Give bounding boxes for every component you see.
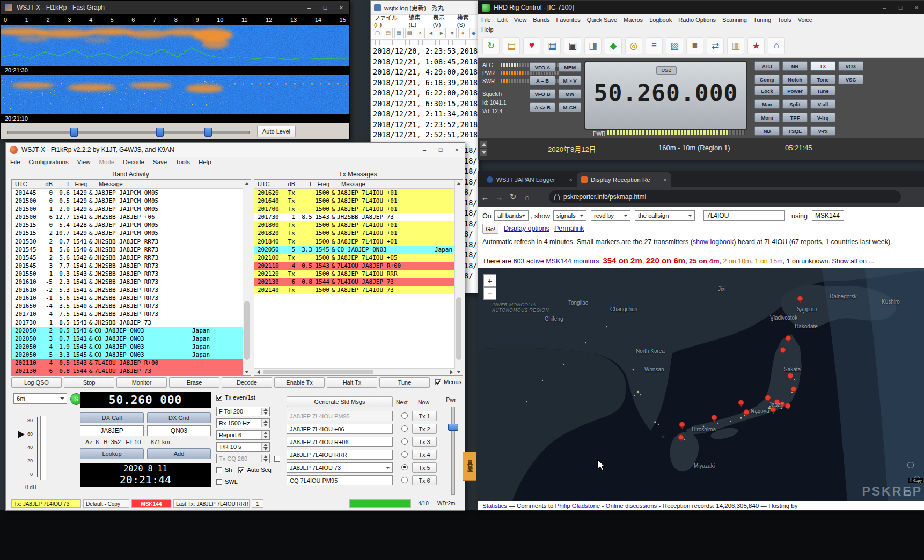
next-radio[interactable]: [401, 438, 408, 445]
editor-toolbar-icon[interactable]: ▦: [394, 28, 404, 38]
spinbox[interactable]: F Tol 200: [216, 407, 270, 416]
rig-button[interactable]: Tone: [810, 75, 835, 84]
map-marker[interactable]: [744, 409, 750, 415]
decode-row[interactable]: 201515 2 10.7 1429 & JA8JEP JA1PCM QM05: [12, 229, 251, 237]
auto-seq-checkbox[interactable]: Auto Seq: [238, 467, 271, 473]
tx-now-button[interactable]: Tx 1: [412, 411, 437, 421]
minimize-button[interactable]: –: [301, 1, 317, 14]
menu-item[interactable]: ファイル(F): [371, 13, 406, 28]
menu-item[interactable]: Bands: [530, 17, 553, 23]
toolbar-icon[interactable]: ■: [686, 37, 703, 54]
decode-row[interactable]: 201610 -2 5.3 1541 & JH2SBB JA8JEP RR73: [12, 286, 251, 294]
dx-call-field[interactable]: JA8JEP: [80, 425, 144, 436]
decode-row[interactable]: 201800 Tx 1500 & JA8JEP 7L4IOU +01: [254, 221, 463, 229]
callsign-input[interactable]: 7L4IOU: [703, 210, 785, 221]
action-button[interactable]: Tune: [379, 377, 430, 388]
zoom-in-button[interactable]: +: [483, 274, 496, 287]
decode-row[interactable]: 201545 3 7.7 1541 & JH2SBB JA8JEP RR73: [12, 262, 251, 270]
tx-cq-checkbox[interactable]: [274, 456, 280, 462]
decode-row[interactable]: 202110 4 0.5 1543 & 7L4IOU JA8JEP R+00: [254, 262, 463, 270]
rcvd-by-select[interactable]: rcvd by: [591, 210, 630, 221]
map-marker[interactable]: [788, 373, 794, 379]
decode-row[interactable]: 202110 4 0.5 1543 & 7L4IOU JA8JEP R+00: [12, 359, 251, 367]
editor-toolbar-icon[interactable]: ◄: [427, 28, 436, 38]
decode-row[interactable]: 201650 -4 3.5 1540 & JH2SBB JA8JEP RR73: [12, 302, 251, 310]
text-segment[interactable]: Statistics: [482, 503, 507, 509]
text-segment[interactable]: Show all on ...: [832, 257, 874, 265]
editor-text[interactable]: 2018/12/20, 2:23:53,2018/12018/12/21, 1:…: [371, 45, 478, 141]
menu-item[interactable]: View: [73, 159, 95, 165]
decode-row[interactable]: 201500 6 12.7 1541 & JH2SBB JA8JEP +06: [12, 213, 251, 221]
tx-message-field[interactable]: JA8JEP 7L4IOU PM95: [287, 411, 393, 421]
menu-item[interactable]: Configurations: [25, 159, 73, 165]
menu-item[interactable]: Macros: [620, 17, 646, 23]
toolbar-icon[interactable]: ▥: [727, 37, 744, 54]
maximize-button[interactable]: □: [317, 1, 333, 14]
spin-arrows[interactable]: [261, 443, 269, 451]
band-filter-select[interactable]: all bands: [494, 210, 529, 221]
tx-now-button[interactable]: Tx 2: [412, 424, 437, 434]
frequency-display[interactable]: 50.260 000: [80, 392, 211, 408]
tx-even-checkbox[interactable]: Tx even/1st: [216, 394, 255, 401]
menu-item[interactable]: Tools: [171, 159, 194, 165]
decode-row[interactable]: 202120 Tx 1500 & JA8JEP 7L4IOU RRR: [254, 270, 463, 278]
decode-row[interactable]: 202050 5 3.3 1545 & CQ JA8JEP QN03 Japan: [12, 351, 251, 359]
tab-close-icon[interactable]: ×: [569, 176, 573, 183]
rig-button[interactable]: ATU: [754, 61, 780, 71]
toolbar-icon[interactable]: ⇄: [707, 37, 724, 54]
spinbox[interactable]: Report 6: [216, 430, 270, 440]
rig-button[interactable]: V-rx: [810, 126, 835, 136]
vfo-button[interactable]: VFO A: [530, 62, 555, 72]
toolbar-icon[interactable]: ◎: [625, 37, 642, 54]
decode-row[interactable]: 201820 Tx 1500 & JA8JEP 7L4IOU +01: [254, 229, 463, 237]
menus-checkbox[interactable]: Menus: [435, 379, 461, 385]
minimize-button[interactable]: –: [876, 1, 892, 14]
fast-graph-titlebar[interactable]: WSJT-X - Ft1kRp - Fast Graph – □ ×: [1, 1, 349, 14]
rig-button[interactable]: Notch: [782, 75, 808, 84]
tx-message-field[interactable]: JA8JEP 7L4IOU RRR: [287, 450, 393, 460]
menu-item[interactable]: Help: [478, 26, 497, 33]
menu-item[interactable]: 表示(V): [430, 13, 454, 28]
lookup-button[interactable]: Lookup: [80, 448, 144, 459]
rig-button[interactable]: NB: [754, 126, 780, 136]
map-marker[interactable]: [785, 403, 791, 409]
vfo-button[interactable]: MEM: [559, 62, 581, 72]
auto-level-button[interactable]: Auto Level: [257, 126, 296, 137]
meter-pointer[interactable]: [18, 431, 25, 438]
map-marker[interactable]: [786, 335, 791, 341]
toolbar-icon[interactable]: ▧: [666, 37, 683, 54]
map-marker[interactable]: [791, 386, 797, 392]
menu-item[interactable]: File: [6, 159, 25, 165]
text-segment[interactable]: 25 on 4m: [689, 257, 719, 265]
callsign-mode-select[interactable]: the callsign: [635, 210, 695, 221]
decode-row[interactable]: 202050 2 0.5 1543 & CQ JA8JEP QN03 Japan: [12, 327, 251, 335]
decode-row[interactable]: 201610 -1 5.6 1541 & JH2SBB JA8JEP RR73: [12, 294, 251, 302]
toolbar-icon[interactable]: ≡: [646, 37, 663, 54]
slope-slider[interactable]: [204, 128, 212, 137]
decode-row[interactable]: 201545 1 5.6 1540 & JH2SBB JA8JEP RR73: [12, 246, 251, 254]
vfo-button[interactable]: VFO B: [530, 89, 555, 99]
decode-row[interactable]: 201445 0 0.6 1429 & JA8JEP JA1PCM QM05: [12, 189, 251, 197]
menu-item[interactable]: 編集(E): [406, 13, 430, 28]
tx-now-button[interactable]: Tx 6: [412, 475, 437, 485]
editor-toolbar-icon[interactable]: ►: [437, 28, 446, 38]
signals-select[interactable]: signals: [553, 210, 586, 221]
decode-row[interactable]: 201500 0 0.5 1429 & JA8JEP JA1PCM QM05: [12, 197, 251, 205]
vfo-button[interactable]: A <> B: [530, 102, 555, 112]
wsjtx-titlebar[interactable]: WSJT-X - Ft1kRp v2.2.2 by K1JT, G4WJS, a…: [6, 143, 465, 157]
toolbar-icon[interactable]: ▦: [544, 37, 561, 54]
toolbar-icon[interactable]: ★: [747, 37, 765, 54]
close-button[interactable]: ×: [908, 1, 924, 14]
waterfall-top[interactable]: [1, 25, 349, 66]
map-marker[interactable]: [679, 422, 685, 428]
spinbox[interactable]: Rx 1500 Hz: [216, 418, 270, 428]
menu-item[interactable]: Edit: [494, 17, 511, 23]
menu-item[interactable]: Save: [149, 159, 171, 165]
sh-checkbox[interactable]: Sh: [216, 467, 232, 473]
checkbox[interactable]: [216, 395, 222, 401]
text-segment[interactable]: 220 on 6m: [646, 256, 685, 265]
menu-item[interactable]: Help: [194, 159, 216, 165]
checkbox[interactable]: [435, 379, 441, 385]
rig-button[interactable]: TX: [810, 61, 835, 71]
tx-message-field[interactable]: JA8JEP 7L4IOU R+06: [287, 437, 393, 447]
